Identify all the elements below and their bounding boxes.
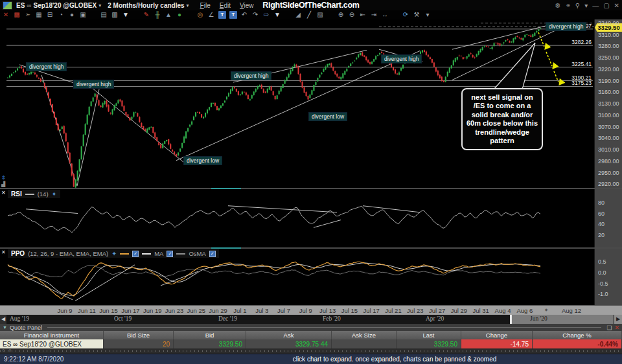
divergent-high-label[interactable]: divergent high xyxy=(231,71,271,80)
selection-box-icon[interactable]: ▩ xyxy=(13,11,21,19)
minimize-icon[interactable]: — xyxy=(592,2,599,9)
divergent-high-label[interactable]: divergent high xyxy=(546,22,586,31)
col-last[interactable]: Last xyxy=(397,331,461,339)
ppo-checkbox[interactable]: ✓ xyxy=(132,251,139,257)
text-tool-icon[interactable]: T xyxy=(218,11,226,19)
rsi-settings-icon[interactable]: ✦ xyxy=(52,190,57,198)
price-axis[interactable]: 3329.50 3340.003310.003280.003250.003220… xyxy=(594,19,622,305)
quote-row[interactable]: ES ∞ Sep18'20 @GLOBEX 20 3329.50 3329.75… xyxy=(0,339,622,348)
menu-file[interactable]: File xyxy=(200,2,211,9)
symbol-caret-icon[interactable]: ▾ xyxy=(98,3,101,8)
refresh-icon[interactable]: ⟳ xyxy=(402,11,409,19)
scroll-left-icon[interactable]: ◀ xyxy=(0,315,6,324)
instrument-cell[interactable]: ES ∞ Sep18'20 @GLOBEX xyxy=(0,339,104,348)
ma-checkbox[interactable]: ✓ xyxy=(167,251,173,257)
price-tick: 3340.00 xyxy=(598,20,619,27)
text-tool-alt-icon[interactable]: T xyxy=(229,11,237,19)
panel-settings-icon[interactable]: ❏ xyxy=(606,324,612,331)
filter-down-icon[interactable]: ▼ xyxy=(122,11,130,19)
chart-area[interactable]: 3324.973282.263225.413190.213175.23 3329… xyxy=(0,19,622,305)
pan-left-icon[interactable]: ⇤ xyxy=(359,11,367,19)
line-icon[interactable]: ╱ xyxy=(305,11,313,19)
callout-arrow-icon[interactable]: ⇨ xyxy=(262,11,270,19)
chart-canvas[interactable]: 3324.973282.263225.413190.213175.23 xyxy=(0,19,594,305)
divergent-high-label[interactable]: divergent high xyxy=(26,62,67,71)
angle-icon[interactable]: ◢ xyxy=(294,11,302,19)
filter-icon[interactable]: ▼ xyxy=(273,11,281,19)
quote-panel-header[interactable]: ▼ Quote Panel ❏ ✕ xyxy=(0,324,622,331)
measure-icon[interactable]: ∠ xyxy=(207,11,215,19)
tool-caret-icon[interactable]: ▾ xyxy=(424,11,432,19)
close-chart-icon[interactable]: ✕ xyxy=(2,11,10,19)
divergent-high-label[interactable]: divergent high xyxy=(381,54,422,63)
col-bid-size[interactable]: Bid Size xyxy=(104,331,174,339)
draw-chart-icon[interactable]: ✎ xyxy=(143,11,150,19)
pointer-icon[interactable]: ➣ xyxy=(24,11,32,19)
images-icon[interactable]: ▤ xyxy=(100,11,108,19)
col-ask-size[interactable]: Ask Size xyxy=(332,331,397,339)
ppo-close-icon[interactable]: ✕ xyxy=(1,249,6,255)
symbol-label[interactable]: ES xyxy=(16,2,25,9)
pane-tool-icon[interactable]: ⇕ xyxy=(1,175,6,181)
pan-right-icon[interactable]: ⇥ xyxy=(370,11,378,19)
col-change-pct[interactable]: Change % xyxy=(533,331,622,339)
scroll-right-icon[interactable]: ▶ xyxy=(614,315,622,324)
ppo-settings-icon[interactable]: ✦ xyxy=(111,250,117,257)
grid-icon[interactable]: ▦ xyxy=(35,11,43,19)
splitter-handle[interactable] xyxy=(211,188,241,189)
link-icon[interactable]: ⚭ xyxy=(565,2,570,9)
pin-icon[interactable]: ⚲ xyxy=(575,2,580,9)
date-tick: Jul 23 xyxy=(407,307,423,314)
settings-icon[interactable]: ⚙ xyxy=(555,2,560,9)
pin-caret-icon[interactable]: ▾ xyxy=(584,2,588,9)
menu-edit[interactable]: Edit xyxy=(220,2,231,9)
pane-splitter[interactable] xyxy=(0,188,622,189)
osma-checkbox[interactable]: ✓ xyxy=(209,251,216,257)
col-ask[interactable]: Ask xyxy=(246,331,332,339)
ma-line-swatch xyxy=(142,253,151,255)
candles-icon[interactable]: ╫ xyxy=(154,11,161,19)
contract-label[interactable]: Sep18'20 @GLOBEX xyxy=(33,2,97,9)
rsi-tick: 60 xyxy=(598,210,605,217)
menu-view[interactable]: View xyxy=(240,2,254,9)
close-icon[interactable]: ✕ xyxy=(614,2,619,9)
undo-icon[interactable]: ↶ xyxy=(240,11,248,19)
splitter-handle[interactable] xyxy=(211,247,241,249)
panel-close-icon[interactable]: ✕ xyxy=(614,324,619,331)
pane-chart-icon[interactable]: ▟ xyxy=(1,181,5,187)
mountain-icon[interactable]: ▲ xyxy=(165,11,172,19)
divergent-low-label[interactable]: divergent low xyxy=(308,112,347,121)
date-axis[interactable]: Jun 9Jun 11Jun 15Jun 17Jun 19Jun 23Jun 2… xyxy=(0,305,622,315)
scroll-window[interactable]: Jun '20 xyxy=(510,315,614,324)
image-icon[interactable]: ▣ xyxy=(79,11,87,19)
target-icon[interactable]: ◎ xyxy=(196,11,204,19)
annotation-callout[interactable]: next sell signal on /ES to come on a sol… xyxy=(461,88,543,150)
hatch-icon[interactable]: ▨ xyxy=(316,11,324,19)
divergent-low-label[interactable]: divergent low xyxy=(183,156,222,165)
zoom-in-icon[interactable]: ⊕ xyxy=(337,11,345,19)
svg-text:3175.23: 3175.23 xyxy=(571,80,592,86)
timeframe-caret-icon[interactable]: ▾ xyxy=(187,3,189,8)
collapse-icon[interactable]: ▼ xyxy=(3,325,7,330)
date-tick: Aug 6 xyxy=(516,307,533,314)
wrench-icon[interactable]: ⚒ xyxy=(413,11,420,19)
expand-h-icon[interactable]: ↔ xyxy=(381,11,389,19)
restore-icon[interactable]: ▢ xyxy=(603,2,609,9)
price-tick: 3310.00 xyxy=(598,32,619,38)
timeframe-selector[interactable]: 2 Months/Hourly candles xyxy=(108,2,184,9)
divergent-high-label[interactable]: divergent high xyxy=(73,80,114,89)
pane-splitter[interactable] xyxy=(0,247,622,249)
record-icon[interactable]: ● xyxy=(68,11,76,19)
history-icon[interactable]: ◔ xyxy=(57,11,65,19)
col-change[interactable]: Change xyxy=(461,331,533,339)
print-icon[interactable]: ⊟ xyxy=(46,11,54,19)
date-tick: Jun 19 xyxy=(143,307,162,314)
redo-icon[interactable]: ↷ xyxy=(251,11,259,19)
globe-icon[interactable]: ● xyxy=(176,11,183,19)
col-financial-instrument[interactable]: Financial Instrument xyxy=(0,331,104,339)
layout-icon[interactable]: ▥ xyxy=(111,11,119,19)
rsi-close-icon[interactable]: ✕ xyxy=(1,190,6,196)
range-scrollbar[interactable]: ◀ Jun '20 ▶ Aug '19Oct '19Dec '19Feb '20… xyxy=(0,315,622,324)
zoom-out-icon[interactable]: ⊖ xyxy=(348,11,356,19)
col-bid[interactable]: Bid xyxy=(174,331,246,339)
